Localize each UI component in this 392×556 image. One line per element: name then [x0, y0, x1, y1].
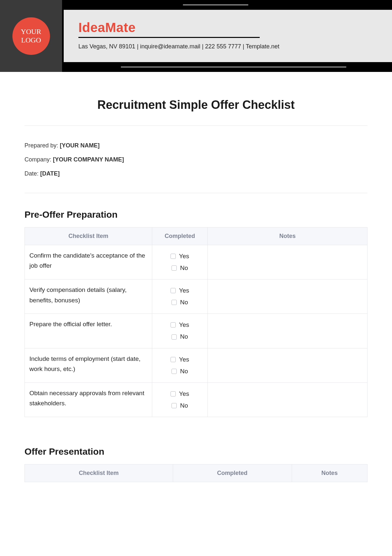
completed-cell: YesNo [152, 245, 208, 279]
header-band: YOUR LOGO IdeaMate Las Vegas, NV 89101 |… [0, 0, 392, 72]
section-gap [24, 417, 368, 437]
meta-value: [DATE] [40, 170, 60, 177]
column-header-completed: Completed [173, 464, 292, 482]
checkbox-yes[interactable] [171, 288, 176, 293]
checklist-item-text: Include terms of employment (start date,… [25, 348, 152, 382]
checklist-item-text: Verify compensation details (salary, ben… [25, 279, 152, 314]
checkbox-no[interactable] [172, 369, 177, 374]
meta-label: Date: [24, 170, 40, 177]
title-divider [24, 126, 368, 126]
column-header-item: Checklist Item [25, 227, 152, 245]
page-body: Recruitment Simple Offer Checklist Prepa… [0, 72, 392, 495]
notes-cell[interactable] [208, 279, 368, 314]
checkbox-label-no: No [180, 296, 188, 308]
logo-area: YOUR LOGO [0, 0, 62, 72]
meta-date: Date: [DATE] [24, 170, 368, 177]
checklist-table: Checklist ItemCompletedNotesConfirm the … [24, 227, 368, 417]
table-row: Include terms of employment (start date,… [25, 348, 368, 382]
checkbox-yes[interactable] [171, 322, 176, 328]
brand-name: IdeaMate [78, 20, 377, 35]
checkbox-label-yes: Yes [179, 319, 189, 331]
section-heading: Pre-Offer Preparation [24, 210, 368, 220]
column-header-completed: Completed [152, 227, 208, 245]
brand-underline [78, 37, 260, 38]
decorative-rule-bottom [121, 67, 346, 67]
completed-cell: YesNo [152, 348, 208, 382]
completed-cell: YesNo [152, 314, 208, 348]
checkbox-yes[interactable] [171, 254, 176, 259]
header-content: IdeaMate Las Vegas, NV 89101 | inquire@i… [64, 10, 392, 62]
meta-value: [YOUR NAME] [60, 142, 100, 149]
checkbox-yes[interactable] [171, 391, 176, 396]
checkbox-label-no: No [180, 331, 188, 343]
checkbox-label-no: No [180, 400, 188, 412]
checkbox-yes[interactable] [171, 357, 176, 362]
meta-label: Prepared by: [24, 142, 60, 149]
completed-cell: YesNo [152, 382, 208, 417]
logo-line-2: LOGO [21, 36, 41, 44]
section-heading: Offer Presentation [24, 446, 368, 457]
notes-cell[interactable] [208, 382, 368, 417]
meta-list: Prepared by: [YOUR NAME] Company: [YOUR … [24, 142, 368, 177]
checkbox-label-yes: Yes [179, 354, 189, 365]
checkbox-no[interactable] [172, 403, 177, 408]
checkbox-no[interactable] [172, 334, 177, 340]
checkbox-no[interactable] [172, 300, 177, 305]
checklist-item-text: Prepare the official offer letter. [25, 314, 152, 348]
checkbox-label-yes: Yes [179, 388, 189, 400]
notes-cell[interactable] [208, 314, 368, 348]
meta-value: [YOUR COMPANY NAME] [53, 156, 124, 163]
contact-line: Las Vegas, NV 89101 | inquire@ideamate.m… [78, 43, 377, 50]
checkbox-label-yes: Yes [179, 250, 189, 262]
completed-cell: YesNo [152, 279, 208, 314]
logo-line-1: YOUR [21, 27, 41, 36]
logo-placeholder: YOUR LOGO [12, 17, 50, 55]
notes-cell[interactable] [208, 245, 368, 279]
notes-cell[interactable] [208, 348, 368, 382]
column-header-notes: Notes [292, 464, 367, 482]
table-row: Prepare the official offer letter.YesNo [25, 314, 368, 348]
checkbox-label-yes: Yes [179, 285, 189, 296]
table-row: Obtain necessary approvals from relevant… [25, 382, 368, 417]
document-title: Recruitment Simple Offer Checklist [24, 98, 368, 112]
decorative-rule-top [183, 5, 248, 5]
table-row: Confirm the candidate's acceptance of th… [25, 245, 368, 279]
checklist-item-text: Confirm the candidate's acceptance of th… [25, 245, 152, 279]
meta-divider [24, 193, 368, 193]
checklist-table: Checklist ItemCompletedNotes [24, 464, 368, 482]
checkbox-label-no: No [180, 262, 188, 274]
meta-company: Company: [YOUR COMPANY NAME] [24, 156, 368, 163]
meta-prepared-by: Prepared by: [YOUR NAME] [24, 142, 368, 149]
table-row: Verify compensation details (salary, ben… [25, 279, 368, 314]
checklist-item-text: Obtain necessary approvals from relevant… [25, 382, 152, 417]
checkbox-no[interactable] [172, 265, 177, 271]
column-header-notes: Notes [208, 227, 368, 245]
checkbox-label-no: No [180, 365, 188, 377]
meta-label: Company: [24, 156, 53, 163]
column-header-item: Checklist Item [25, 464, 173, 482]
